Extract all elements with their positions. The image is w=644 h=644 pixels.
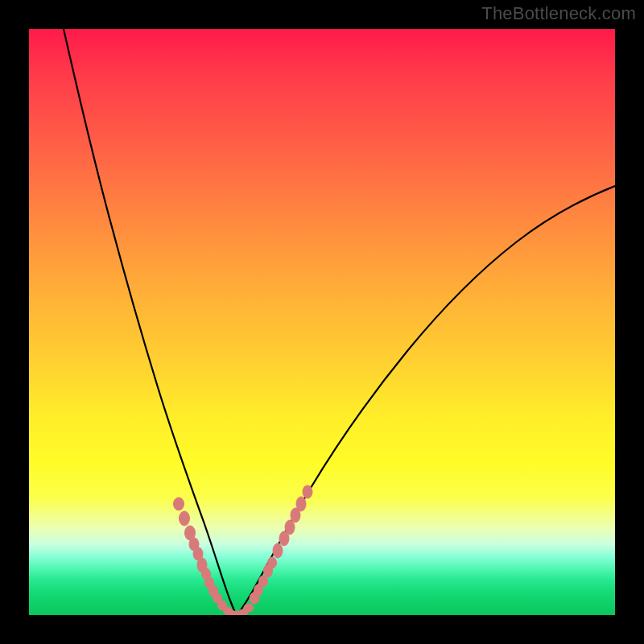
data-point	[273, 543, 283, 558]
data-point	[180, 511, 190, 526]
watermark-text: TheBottleneck.com	[481, 3, 636, 24]
chart-container: TheBottleneck.com	[0, 0, 644, 644]
right-curve	[237, 186, 615, 615]
data-point	[174, 497, 184, 510]
data-point	[268, 557, 277, 568]
data-point	[296, 497, 306, 511]
data-point	[244, 604, 254, 612]
chart-svg	[29, 29, 615, 615]
plot-gradient-area	[29, 29, 615, 615]
curve-lines	[64, 29, 615, 615]
left-curve	[64, 29, 237, 615]
highlighted-points-group	[174, 485, 313, 615]
data-point	[259, 576, 268, 587]
data-point	[285, 520, 295, 535]
data-point	[303, 485, 312, 498]
